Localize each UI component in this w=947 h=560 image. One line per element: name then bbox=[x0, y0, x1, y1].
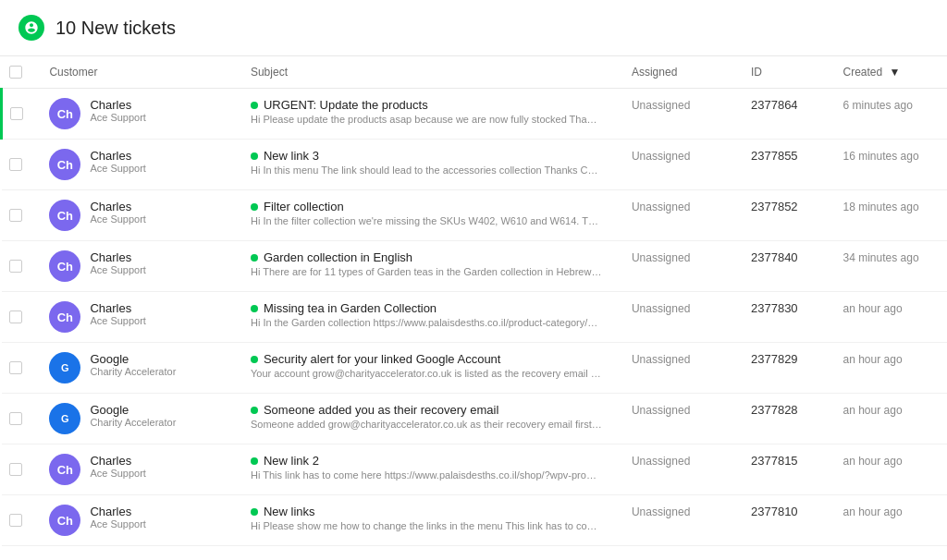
assigned-label: Unassigned bbox=[632, 99, 690, 112]
avatar: Ch bbox=[49, 149, 80, 180]
subject-cell[interactable]: URGENT: Update the products Hi Please up… bbox=[236, 89, 617, 140]
subject-preview: Someone added grow@charityaccelerator.co… bbox=[251, 419, 602, 430]
status-dot bbox=[251, 356, 258, 363]
ticket-id: 2377815 bbox=[751, 454, 798, 468]
status-dot bbox=[251, 102, 258, 109]
id-cell: 2377852 bbox=[736, 190, 829, 241]
subject-cell[interactable]: New link 2 Hi This link has to come here… bbox=[236, 444, 617, 495]
assigned-cell: Unassigned bbox=[617, 292, 736, 343]
customer-cell: Ch Charles Ace Support bbox=[34, 140, 236, 190]
col-customer-header[interactable]: Customer bbox=[34, 56, 236, 89]
customer-name: Charles bbox=[90, 454, 146, 468]
table-row[interactable]: Ch Charles Ace Support Garden collection… bbox=[2, 241, 948, 292]
created-cell: an hour ago bbox=[829, 444, 948, 495]
table-row[interactable]: Ch Charles Ace Support New link 2 Hi Thi… bbox=[2, 444, 948, 495]
subject-preview: Hi In the filter collection we're missin… bbox=[251, 215, 602, 226]
customer-cell: Ch Charles Ace Support bbox=[34, 89, 236, 140]
table-row[interactable]: G Google Charity Accelerator Someone add… bbox=[2, 394, 948, 444]
app-icon bbox=[18, 15, 44, 41]
subject-title-text: Missing tea in Garden Collection bbox=[264, 301, 437, 315]
row-checkbox-cell bbox=[2, 495, 35, 546]
col-subject-header[interactable]: Subject bbox=[236, 56, 617, 89]
id-cell: 2377810 bbox=[736, 495, 829, 546]
id-cell: 2377829 bbox=[736, 343, 829, 394]
row-checkbox[interactable] bbox=[9, 514, 22, 527]
assigned-label: Unassigned bbox=[632, 505, 690, 518]
row-checkbox[interactable] bbox=[9, 310, 22, 323]
subject-cell[interactable]: Garden collection in English Hi There ar… bbox=[236, 241, 617, 292]
customer-org: Ace Support bbox=[90, 468, 146, 479]
avatar: G bbox=[49, 352, 80, 383]
avatar: Ch bbox=[49, 98, 80, 129]
table-row[interactable]: Ch Charles Ace Support Missing tea in Ga… bbox=[2, 292, 948, 343]
subject-cell[interactable]: Missing tea in Garden Collection Hi In t… bbox=[236, 292, 617, 343]
table-row[interactable]: G Google Charity Accelerator Security al… bbox=[2, 343, 948, 394]
table-row[interactable]: Ch Charles Ace Support Filter collection… bbox=[2, 190, 948, 241]
customer-cell: Ch Charles Ace Support bbox=[34, 241, 236, 292]
row-checkbox-cell bbox=[2, 394, 35, 444]
customer-org: Ace Support bbox=[90, 163, 146, 174]
assigned-cell: Unassigned bbox=[617, 343, 736, 394]
subject-preview: Hi This link has to come here https://ww… bbox=[251, 469, 602, 481]
subject-title-text: New link 2 bbox=[264, 454, 319, 468]
ticket-id: 2377840 bbox=[751, 250, 798, 264]
created-time: an hour ago bbox=[843, 353, 903, 366]
row-checkbox-cell bbox=[2, 343, 35, 394]
ticket-id: 2377855 bbox=[751, 149, 798, 163]
row-checkbox[interactable] bbox=[9, 260, 22, 273]
assigned-label: Unassigned bbox=[632, 150, 690, 163]
subject-preview: Hi Please update the products asap becau… bbox=[251, 114, 602, 125]
table-row[interactable]: Ch Charles Ace Support URGENT: Update th… bbox=[2, 89, 948, 140]
tickets-table-container: Customer Subject Assigned ID Created ▼ C… bbox=[0, 56, 947, 546]
subject-title-text: Garden collection in English bbox=[264, 250, 412, 264]
row-checkbox[interactable] bbox=[9, 412, 22, 425]
customer-cell: Ch Charles Ace Support bbox=[34, 495, 236, 546]
created-time: an hour ago bbox=[843, 455, 903, 468]
row-checkbox-cell bbox=[2, 241, 35, 292]
table-row[interactable]: Ch Charles Ace Support New links Hi Plea… bbox=[2, 495, 948, 546]
customer-org: Ace Support bbox=[90, 264, 146, 275]
subject-cell[interactable]: Someone added you as their recovery emai… bbox=[236, 394, 617, 444]
customer-cell: Ch Charles Ace Support bbox=[34, 190, 236, 241]
status-dot bbox=[251, 152, 258, 160]
select-all-checkbox[interactable] bbox=[9, 66, 22, 79]
customer-name: Charles bbox=[90, 98, 146, 112]
table-row[interactable]: Ch Charles Ace Support New link 3 Hi In … bbox=[2, 140, 948, 190]
tickets-table: Customer Subject Assigned ID Created ▼ C… bbox=[0, 56, 947, 546]
ticket-id: 2377810 bbox=[751, 505, 798, 518]
row-checkbox[interactable] bbox=[9, 209, 22, 222]
row-checkbox[interactable] bbox=[9, 361, 22, 374]
customer-org: Ace Support bbox=[90, 518, 146, 530]
ticket-id: 2377828 bbox=[751, 403, 798, 417]
customer-org: Charity Accelerator bbox=[90, 366, 176, 377]
avatar: Ch bbox=[49, 454, 80, 485]
row-checkbox-cell bbox=[2, 140, 35, 190]
subject-preview: Hi There are for 11 types of Garden teas… bbox=[251, 266, 602, 277]
col-assigned-header[interactable]: Assigned bbox=[617, 56, 736, 89]
assigned-label: Unassigned bbox=[632, 404, 690, 417]
subject-cell[interactable]: New links Hi Please show me how to chang… bbox=[236, 495, 617, 546]
avatar: Ch bbox=[49, 250, 80, 282]
created-cell: 18 minutes ago bbox=[829, 190, 948, 241]
row-checkbox[interactable] bbox=[9, 463, 22, 476]
customer-name: Google bbox=[90, 403, 176, 417]
assigned-label: Unassigned bbox=[632, 353, 690, 366]
assigned-cell: Unassigned bbox=[617, 444, 736, 495]
row-checkbox[interactable] bbox=[9, 158, 22, 171]
customer-org: Charity Accelerator bbox=[90, 417, 176, 428]
page-header: 10 New tickets bbox=[0, 0, 947, 56]
table-header-row: Customer Subject Assigned ID Created ▼ bbox=[2, 56, 948, 89]
created-cell: 6 minutes ago bbox=[829, 89, 948, 140]
avatar: Ch bbox=[49, 505, 80, 536]
col-id-header[interactable]: ID bbox=[736, 56, 829, 89]
row-checkbox[interactable] bbox=[10, 107, 23, 120]
page-title: 10 New tickets bbox=[55, 18, 176, 39]
subject-cell[interactable]: New link 3 Hi In this menu The link shou… bbox=[236, 140, 617, 190]
subject-cell[interactable]: Security alert for your linked Google Ac… bbox=[236, 343, 617, 394]
customer-cell: G Google Charity Accelerator bbox=[34, 343, 236, 394]
subject-cell[interactable]: Filter collection Hi In the filter colle… bbox=[236, 190, 617, 241]
col-created-header[interactable]: Created ▼ bbox=[829, 56, 948, 89]
customer-name: Charles bbox=[90, 301, 146, 315]
customer-cell: Ch Charles Ace Support bbox=[34, 444, 236, 495]
customer-cell: Ch Charles Ace Support bbox=[34, 292, 236, 343]
